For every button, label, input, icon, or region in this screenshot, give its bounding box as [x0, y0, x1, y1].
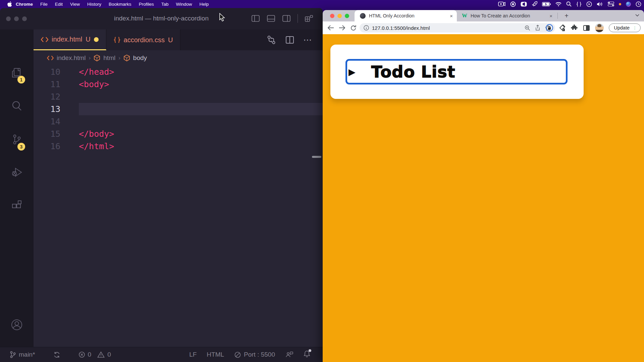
password-extension-icon[interactable]	[546, 24, 553, 32]
tab-accordion-css[interactable]: accordion.css U	[106, 29, 181, 50]
rocket-icon[interactable]	[532, 1, 537, 7]
apple-menu-icon[interactable]	[7, 1, 12, 7]
accordion-card: ▶ Todo List	[330, 45, 584, 99]
sync-icon[interactable]	[53, 351, 60, 358]
language-mode[interactable]: HTML	[207, 351, 224, 358]
wifi-icon[interactable]	[555, 2, 561, 6]
zoom-window-button[interactable]	[345, 14, 349, 18]
spotlight-search-icon[interactable]	[566, 1, 572, 7]
extensions-icon[interactable]	[11, 199, 23, 211]
profile-avatar[interactable]	[595, 23, 604, 32]
siri-icon[interactable]	[626, 2, 631, 7]
site-info-icon[interactable]	[364, 25, 369, 31]
close-tab-icon[interactable]: ×	[549, 13, 552, 19]
share-icon[interactable]	[535, 25, 540, 31]
menu-item-help[interactable]: Help	[196, 2, 212, 7]
tab-html-only-accordion[interactable]: HTML Only Accordion ×	[355, 10, 457, 21]
minimize-window-button[interactable]	[337, 14, 342, 18]
live-server-port[interactable]: Port : 5500	[234, 351, 275, 358]
breadcrumb[interactable]: index.html › html › body	[34, 50, 323, 66]
breadcrumb-separator: ›	[89, 55, 91, 61]
scrollbar-thumb[interactable]	[312, 156, 321, 158]
update-chrome-button[interactable]: Update ⋮	[609, 23, 641, 32]
colorpicker-extension-icon[interactable]	[558, 24, 566, 32]
toggle-primary-sidebar-icon[interactable]	[251, 14, 260, 23]
close-tab-icon[interactable]: ×	[450, 13, 453, 19]
chrome-traffic-lights[interactable]	[330, 14, 349, 18]
tab-how-to-create-accordion[interactable]: W How To Create an Accordion ×	[457, 10, 556, 21]
breadcrumb-body[interactable]: body	[133, 54, 147, 62]
new-tab-button[interactable]: +	[562, 11, 571, 20]
git-branch-icon	[9, 351, 16, 358]
code-line: 12	[34, 90, 323, 103]
line-code	[79, 115, 323, 128]
symbol-cube-icon	[94, 55, 100, 61]
menu-item-view[interactable]: View	[66, 2, 84, 7]
menu-item-window[interactable]: Window	[172, 2, 196, 7]
play-circle-icon[interactable]	[586, 1, 592, 7]
menu-item-history[interactable]: History	[84, 2, 105, 7]
chrome-tab-strip: HTML Only Accordion × W How To Create an…	[323, 10, 644, 21]
extensions-puzzle-icon[interactable]	[571, 24, 578, 32]
unsaved-dot-icon[interactable]	[94, 37, 99, 42]
side-panel-icon[interactable]	[583, 25, 590, 31]
page-favicon	[360, 13, 366, 19]
eol-indicator[interactable]: LF	[189, 351, 197, 358]
accordion-title: Todo List	[371, 62, 455, 81]
breadcrumb-html[interactable]: html	[103, 54, 115, 62]
menu-item-tab[interactable]: Tab	[158, 2, 172, 7]
code-line: 10</head>	[34, 66, 323, 78]
back-icon[interactable]	[327, 25, 334, 31]
address-bar[interactable]: 127.0.0.1:5500/index.html	[360, 23, 555, 33]
camera-icon[interactable]	[521, 2, 527, 7]
tab-git-status: U	[86, 36, 90, 43]
vscode-titlebar[interactable]: index.html — html-only-accordion	[0, 8, 323, 29]
control-center-icon[interactable]	[608, 2, 614, 6]
forward-icon[interactable]	[339, 25, 345, 31]
open-changes-icon[interactable]	[266, 35, 276, 45]
menu-item-profiles[interactable]: Profiles	[135, 2, 158, 7]
errors-count: 0	[88, 351, 92, 358]
toggle-panel-icon[interactable]	[267, 14, 275, 23]
code-editor[interactable]: 10</head> 11<body> 12 13 14 15</body> 16…	[34, 66, 323, 347]
line-number: 16	[34, 140, 60, 153]
titlebar-separator	[298, 14, 298, 23]
clock-icon[interactable]	[636, 1, 641, 7]
menu-item-edit[interactable]: Edit	[51, 2, 66, 7]
vscode-tab-bar: index.html U accordion.css U ⋯	[34, 29, 323, 50]
line-code: <body>	[79, 78, 323, 90]
screen-capture-icon[interactable]	[498, 2, 505, 6]
line-number: 10	[34, 66, 60, 78]
battery-icon	[542, 2, 551, 6]
reload-icon[interactable]	[350, 25, 357, 31]
code-line: 11<body>	[34, 78, 323, 90]
record-icon[interactable]	[510, 1, 516, 7]
customize-layout-icon[interactable]	[305, 14, 313, 23]
problems-item[interactable]: 0 0	[78, 351, 111, 358]
braces-icon[interactable]	[576, 2, 582, 7]
close-window-button[interactable]	[330, 14, 334, 18]
zoom-icon[interactable]	[525, 25, 530, 31]
line-number: 12	[34, 90, 60, 103]
url-text[interactable]: 127.0.0.1:5500/index.html	[372, 25, 430, 31]
tab-index-html[interactable]: index.html U	[34, 29, 106, 50]
vscode-status-bar: main* 0 0 LF HTML Port : 5500	[0, 347, 323, 362]
tab-git-status: U	[168, 36, 173, 44]
tab-search-chevron-icon[interactable]	[635, 14, 639, 17]
vscode-activity-bar: 1 3 1	[0, 29, 34, 347]
menu-item-chrome[interactable]: Chrome	[12, 2, 37, 7]
menu-item-bookmarks[interactable]: Bookmarks	[105, 2, 135, 7]
run-debug-icon[interactable]	[11, 166, 23, 178]
volume-icon[interactable]	[597, 2, 603, 7]
feedback-icon[interactable]	[285, 351, 293, 358]
git-branch-item[interactable]: main*	[9, 351, 35, 358]
accordion-summary[interactable]: ▶ Todo List	[345, 59, 568, 84]
accounts-icon[interactable]	[10, 318, 23, 331]
split-editor-icon[interactable]	[285, 35, 294, 45]
toggle-secondary-sidebar-icon[interactable]	[282, 14, 291, 23]
menu-item-file[interactable]: File	[37, 2, 51, 7]
breadcrumb-file[interactable]: index.html	[57, 54, 86, 62]
more-actions-icon[interactable]: ⋯	[303, 35, 313, 45]
html-file-icon	[47, 55, 54, 61]
search-icon[interactable]	[11, 100, 23, 112]
